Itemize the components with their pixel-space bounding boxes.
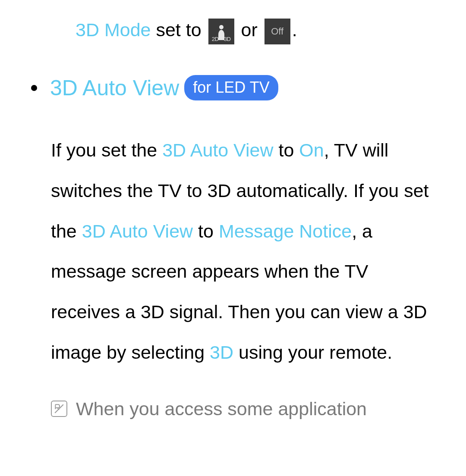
text-fragment: using your remote. [233,342,392,363]
bullet-3d-auto-view: 3D Auto View for LED TV [31,72,440,104]
text-or: or [236,19,263,40]
term-on: On [299,140,324,160]
text-set-to: set to [151,19,206,40]
bullet-dot-icon [31,85,37,91]
svg-point-0 [219,25,224,29]
document-content: 3D Mode set to 2D→3D or Off . 3D Auto Vi… [0,0,466,422]
note-row: When you access some application [51,395,440,422]
icon-2d3d-caption: 2D→3D [208,35,234,44]
term-3d-auto-view-2: 3D Auto View [82,221,193,241]
paragraph-body: If you set the 3D Auto View to On, TV wi… [51,130,440,373]
text-period: . [292,19,297,40]
note-icon [51,401,67,417]
text-fragment: If you set the [51,140,162,160]
term-3d: 3D [210,342,233,363]
icon-off-caption: Off [271,25,283,38]
figure-glyph [216,20,227,36]
badge-for-led-tv: for LED TV [184,75,278,100]
text-fragment: to [193,221,219,241]
note-text: When you access some application [76,395,367,422]
heading-3d-auto-view: 3D Auto View [50,72,179,104]
icon-off: Off [264,19,290,44]
text-fragment: , a message screen appears when the TV r… [51,221,427,363]
icon-2d-to-3d: 2D→3D [208,19,234,44]
text-fragment: to [274,140,299,160]
line-3d-mode-set-to: 3D Mode set to 2D→3D or Off . [76,16,440,44]
term-3d-auto-view: 3D Auto View [162,140,273,160]
term-message-notice: Message Notice [219,221,352,241]
label-3d-mode: 3D Mode [76,19,151,40]
